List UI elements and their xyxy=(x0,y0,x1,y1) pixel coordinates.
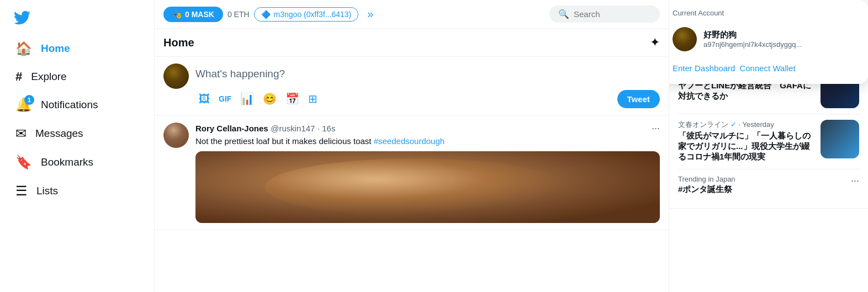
user-avatar xyxy=(163,63,189,89)
sidebar-item-label: Messages xyxy=(35,128,83,140)
bread-photo xyxy=(195,151,660,223)
tweet-more-button[interactable]: ··· xyxy=(652,123,660,134)
schedule-button[interactable]: 📅 xyxy=(282,89,303,109)
dropdown-user-info: 好野的狗 a97nj6hgem|nl7k4xctjsdyggq... xyxy=(703,30,802,49)
sidebar-item-label: Home xyxy=(41,43,70,55)
tweet-content: Rory Cellan-Jones @ruskin147 · 16s ··· N… xyxy=(195,123,660,223)
tweet-author: Rory Cellan-Jones xyxy=(195,124,268,133)
trending-item-info: 文春オンライン ✓ · Yesterday 「彼氏がマルチに」「一人暮らしの家で… xyxy=(678,120,814,163)
dropdown-actions: Enter Dashboard Connect Wallet xyxy=(669,57,868,75)
enter-dashboard-link[interactable]: Enter Dashboard xyxy=(673,63,735,73)
trending-tag: #ポンタ誕生祭 xyxy=(678,184,851,195)
tweet-avatar xyxy=(163,123,189,148)
home-icon: 🏠 xyxy=(15,41,32,56)
poll-button[interactable]: 📊 xyxy=(237,89,257,109)
trending-item-bunshun[interactable]: 文春オンライン ✓ · Yesterday 「彼氏がマルチに」「一人暮らしの家で… xyxy=(678,114,859,169)
dropdown-avatar xyxy=(673,27,697,51)
twitter-icon xyxy=(14,9,30,26)
compose-placeholder[interactable]: What's happening? xyxy=(195,63,660,84)
mask-button[interactable]: 🎭 0 MASK xyxy=(163,7,223,22)
sidebar-item-lists[interactable]: ☰ Lists xyxy=(9,178,145,204)
trending-item-ponta[interactable]: Trending in Japan #ポンタ誕生祭 ··· xyxy=(678,169,859,201)
trending-category: Trending in Japan xyxy=(678,175,851,183)
main-content: 🎭 0 MASK 0 ETH 🔷 m3ngoo (0xff3f...6413) … xyxy=(155,0,669,292)
tweet-image xyxy=(195,151,660,223)
tweet-time: · 16s xyxy=(317,124,336,133)
mask-label: 0 MASK xyxy=(185,10,214,19)
dropdown-section-title: Current Account xyxy=(669,9,868,22)
compose-actions: 🖼 GIF 📊 😊 📅 ⊞ Tweet xyxy=(195,89,660,109)
sidebar-item-label: Bookmarks xyxy=(41,156,93,168)
verified-icon: ✓ xyxy=(731,120,737,129)
sidebar-item-notifications[interactable]: 🔔 1 Notifications xyxy=(9,92,145,118)
more-button[interactable]: » xyxy=(363,6,378,23)
emoji-button[interactable]: 😊 xyxy=(260,89,280,109)
sidebar-item-bookmarks[interactable]: 🔖 Bookmarks xyxy=(9,149,145,176)
home-title: Home xyxy=(163,36,194,49)
dropdown-handle: a97nj6hgem|nl7k4xctjsdyggq... xyxy=(703,40,802,49)
trending-more-button[interactable]: ··· xyxy=(851,175,859,187)
media-button[interactable]: 🖼 xyxy=(195,89,213,109)
tweet-hashtag[interactable]: #seededsourdough xyxy=(374,136,444,146)
search-input[interactable] xyxy=(574,9,640,19)
notification-badge: 1 xyxy=(24,95,34,105)
trending-text: 「彼氏がマルチに」「一人暮らしの家でガリガリに...」現役大学生が綴るコロナ禍1… xyxy=(678,131,814,162)
wallet-badge[interactable]: 🔷 m3ngoo (0xff3f...6413) xyxy=(254,7,359,22)
sidebar-item-label: Explore xyxy=(31,71,66,83)
twitter-logo[interactable] xyxy=(9,4,35,31)
tweet-text: Not the prettiest loaf but it makes deli… xyxy=(195,135,660,147)
sparkle-icon[interactable]: ✦ xyxy=(650,35,660,50)
wallet-address: m3ngoo (0xff3f...6413) xyxy=(274,10,352,19)
connect-wallet-link[interactable]: Connect Wallet xyxy=(739,63,795,73)
compose-right: What's happening? 🖼 GIF 📊 😊 📅 ⊞ Tweet xyxy=(195,63,660,109)
trending-thumbnail xyxy=(821,120,859,158)
sidebar-item-home[interactable]: 🏠 Home xyxy=(9,35,145,62)
explore-icon: # xyxy=(15,70,22,84)
trending-item-info: Trending in Japan #ポンタ誕生祭 xyxy=(678,175,851,196)
sidebar-item-label: Lists xyxy=(36,185,58,197)
sidebar-item-explore[interactable]: # Explore xyxy=(9,64,145,89)
tweet-button[interactable]: Tweet xyxy=(617,90,660,108)
sidebar-item-messages[interactable]: ✉ Messages xyxy=(9,120,145,147)
sidebar-item-label: Notifications xyxy=(41,99,98,111)
mask-icon: 🎭 xyxy=(172,10,182,19)
list-icon: ☰ xyxy=(15,183,28,199)
search-icon: 🔍 xyxy=(558,9,569,19)
account-dropdown: Current Account 好野的狗 a97nj6hgem|nl7k4xct… xyxy=(669,0,868,84)
tweet-handle: @ruskin147 xyxy=(271,124,315,133)
topbar: 🎭 0 MASK 0 ETH 🔷 m3ngoo (0xff3f...6413) … xyxy=(155,0,669,29)
wallet-icon: 🔷 xyxy=(261,10,271,19)
more-compose-button[interactable]: ⊞ xyxy=(305,89,321,109)
home-header: Home ✦ xyxy=(155,29,669,57)
sidebar: 🏠 Home # Explore 🔔 1 Notifications ✉ Mes… xyxy=(0,0,155,292)
tweet-header: Rory Cellan-Jones @ruskin147 · 16s ··· xyxy=(195,123,660,134)
compose-area: What's happening? 🖼 GIF 📊 😊 📅 ⊞ Tweet xyxy=(155,57,669,116)
eth-balance: 0 ETH xyxy=(227,10,250,19)
tweet-item: Rory Cellan-Jones @ruskin147 · 16s ··· N… xyxy=(155,116,669,230)
gif-button[interactable]: GIF xyxy=(215,91,235,107)
right-sidebar: What's h Baseball · Tre... 廣岡くん 2,503 Tw… xyxy=(669,0,868,292)
trending-source: 文春オンライン ✓ · Yesterday xyxy=(678,120,814,130)
bookmark-icon: 🔖 xyxy=(15,155,32,170)
dropdown-user-item[interactable]: 好野的狗 a97nj6hgem|nl7k4xctjsdyggq... xyxy=(669,22,868,57)
search-bar: 🔍 xyxy=(549,6,660,23)
mail-icon: ✉ xyxy=(15,126,27,141)
dropdown-username: 好野的狗 xyxy=(703,30,802,40)
